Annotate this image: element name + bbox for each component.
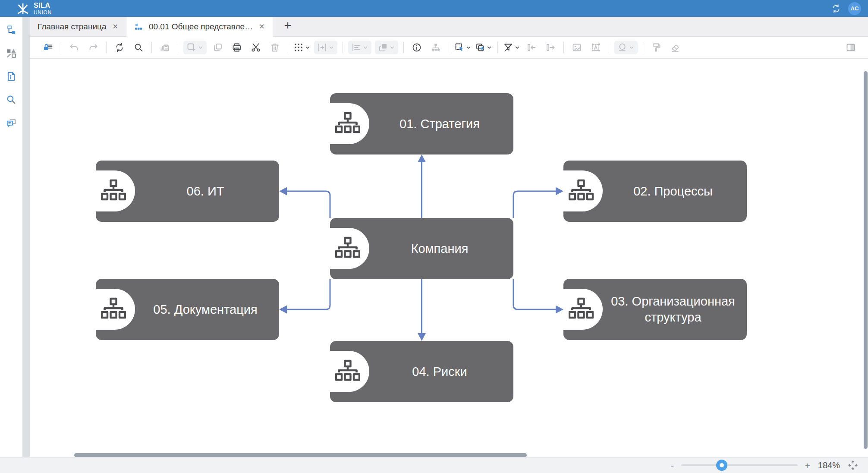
left-sidebar: [0, 17, 22, 457]
diagram-toolbar: [30, 37, 868, 59]
zoom-slider[interactable]: [681, 464, 798, 466]
tab-model-label: 00.01 Общее представле…: [149, 22, 253, 32]
toolbar-button-export[interactable]: [475, 41, 492, 54]
user-avatar[interactable]: AC: [848, 2, 861, 15]
node-label: 04. Риски: [370, 341, 509, 402]
toolbar-button-text-frame: [588, 41, 604, 54]
node-icon-area: [330, 228, 369, 269]
connector-company-strategy[interactable]: [418, 155, 426, 218]
doc-info-icon: [6, 71, 17, 82]
toolbar-button-panel-toggle[interactable]: [843, 41, 859, 54]
shapes-icon: [6, 47, 17, 59]
diagram-canvas[interactable]: 01. Стратегия 02. Процессы 03. Организац…: [30, 59, 868, 457]
zoom-out-button[interactable]: -: [671, 461, 674, 470]
toolbar-button-add-object: [183, 41, 207, 54]
brand-name: SILA: [34, 2, 52, 9]
tab-home-label: Главная страница: [38, 22, 107, 32]
org-chart-icon: [101, 297, 126, 321]
navigator-icon: [6, 24, 17, 35]
toolbar-button-filter-off[interactable]: [503, 41, 520, 54]
diagram-node-processes[interactable]: 02. Процессы: [563, 161, 747, 222]
app-window: SILA UNION AC Главная страница ✕: [0, 0, 868, 473]
duplicate-icon: [213, 42, 223, 53]
connector-company-org-structure[interactable]: [513, 279, 563, 314]
toolbar-button-grid[interactable]: [293, 41, 311, 54]
sidebar-item-shapes[interactable]: [3, 45, 19, 61]
toolbar-button-info[interactable]: [409, 41, 425, 54]
eraser-icon: [670, 42, 680, 53]
panel-toggle-icon: [846, 42, 856, 53]
toolbar-separator: [643, 42, 643, 53]
toolbar-separator: [563, 42, 564, 53]
diagram-node-risks[interactable]: 04. Риски: [330, 341, 513, 402]
diagram-node-it[interactable]: 06. ИТ: [96, 161, 279, 222]
toolbar-button-refresh[interactable]: [112, 41, 127, 54]
sidebar-item-search[interactable]: [3, 92, 19, 107]
connector-company-processes[interactable]: [513, 187, 563, 218]
sync-icon[interactable]: [831, 3, 841, 14]
toolbar-separator: [61, 42, 61, 53]
connector-company-documentation[interactable]: [279, 279, 330, 314]
sidebar-item-comments[interactable]: [3, 115, 19, 131]
toolbar-separator: [288, 42, 288, 53]
connector-company-it[interactable]: [279, 187, 330, 218]
app-header: SILA UNION AC: [0, 0, 868, 17]
new-tab-button[interactable]: +: [282, 19, 294, 34]
align-icon: [351, 42, 362, 53]
horizontal-scrollbar[interactable]: [74, 453, 527, 457]
tab-home[interactable]: Главная страница ✕: [30, 17, 126, 36]
toolbar-separator: [609, 42, 609, 53]
grid-icon: [293, 42, 304, 53]
toolbar-button-spacing: [314, 41, 337, 54]
toolbar-separator: [151, 42, 152, 53]
toolbar-button-lock[interactable]: [40, 41, 56, 54]
node-label: 02. Процессы: [604, 161, 742, 222]
toolbar-separator: [403, 42, 404, 53]
sidebar-divider: [22, 17, 30, 457]
toolbar-button-shape-ellipse: [614, 41, 638, 54]
shape-ellipse-icon: [617, 42, 628, 53]
delete-icon: [270, 42, 280, 53]
diagram-node-org-structure[interactable]: 03. Организационная структура: [563, 279, 747, 340]
diagram-node-strategy[interactable]: 01. Стратегия: [330, 93, 513, 155]
toolbar-separator: [449, 42, 449, 53]
sidebar-item-navigator[interactable]: [3, 22, 19, 38]
tab-bar: Главная страница ✕ 00.01 Общее представл…: [30, 17, 868, 37]
lock-icon: [43, 42, 53, 53]
node-label: 06. ИТ: [136, 161, 275, 222]
add-object-icon: [186, 42, 197, 53]
sidebar-item-doc-info[interactable]: [3, 69, 19, 84]
format-paint-icon: [651, 42, 661, 53]
toolbar-button-align: [348, 41, 371, 54]
toolbar-button-print[interactable]: [229, 41, 245, 54]
vertical-scrollbar[interactable]: [864, 71, 868, 449]
sila-union-logo-icon: [16, 2, 30, 16]
connector-company-risks[interactable]: [418, 279, 426, 341]
diagram-node-documentation[interactable]: 05. Документация: [96, 279, 279, 340]
toolbar-button-save-chart: [157, 41, 173, 54]
toolbar-button-undo: [66, 41, 82, 54]
toolbar-button-zoom-search[interactable]: [131, 41, 146, 54]
refresh-icon: [114, 42, 125, 53]
toolbar-separator: [343, 42, 343, 53]
org-chart-icon: [569, 297, 594, 321]
node-label: 01. Стратегия: [370, 93, 509, 155]
zoom-in-button[interactable]: +: [805, 461, 810, 470]
toolbar-button-cut[interactable]: [248, 41, 264, 54]
chevron-down-icon: [465, 44, 472, 50]
search-icon: [6, 94, 17, 105]
zoom-slider-knob[interactable]: [716, 460, 727, 471]
toolbar-button-redo: [85, 41, 101, 54]
diagram-node-company[interactable]: Компания: [330, 218, 513, 279]
toolbar-separator: [106, 42, 107, 53]
node-icon-area: [330, 351, 369, 392]
toolbar-button-select[interactable]: [454, 41, 472, 54]
tab-home-close-icon[interactable]: ✕: [113, 23, 118, 30]
node-icon-area: [330, 103, 369, 144]
toolbar-button-format-paint: [648, 41, 664, 54]
tab-model-overview[interactable]: 00.01 Общее представле… ✕: [126, 17, 273, 37]
tab-model-close-icon[interactable]: ✕: [259, 23, 264, 30]
comments-icon: [6, 117, 17, 129]
brand-subname: UNION: [34, 10, 52, 15]
fit-to-screen-icon[interactable]: [847, 460, 859, 471]
